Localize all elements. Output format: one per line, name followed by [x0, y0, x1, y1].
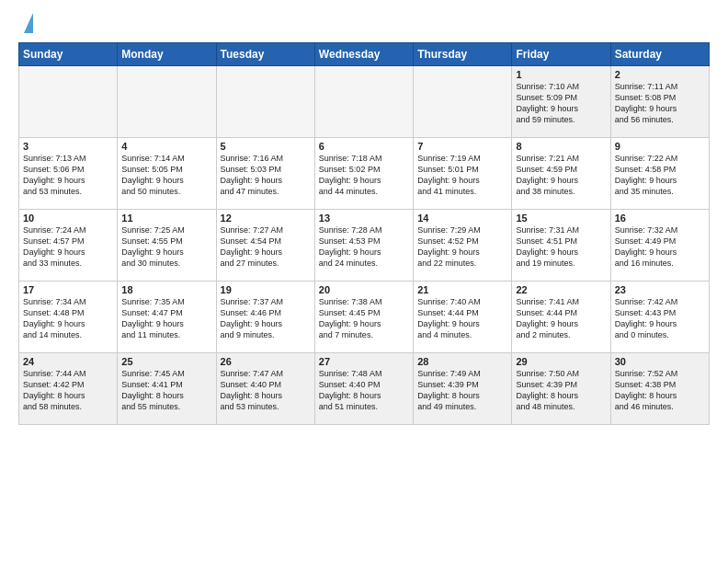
day-number: 26 [221, 356, 311, 367]
day-info: Sunrise: 7:42 AMSunset: 4:43 PMDaylight:… [615, 296, 705, 341]
day-number: 30 [615, 356, 705, 367]
calendar-cell [414, 66, 512, 138]
day-number: 20 [319, 284, 409, 295]
calendar-cell: 11Sunrise: 7:25 AMSunset: 4:55 PMDayligh… [118, 210, 216, 282]
day-info: Sunrise: 7:37 AMSunset: 4:46 PMDaylight:… [221, 296, 311, 341]
weekday-header-monday: Monday [118, 43, 216, 66]
week-row-5: 24Sunrise: 7:44 AMSunset: 4:42 PMDayligh… [19, 353, 710, 425]
week-row-4: 17Sunrise: 7:34 AMSunset: 4:48 PMDayligh… [19, 282, 710, 353]
day-number: 11 [121, 213, 211, 224]
day-number: 3 [23, 141, 113, 152]
day-info: Sunrise: 7:22 AMSunset: 4:58 PMDaylight:… [615, 153, 705, 198]
day-number: 17 [23, 284, 113, 295]
day-info: Sunrise: 7:11 AMSunset: 5:08 PMDaylight:… [615, 81, 705, 126]
calendar-cell: 7Sunrise: 7:19 AMSunset: 5:01 PMDaylight… [414, 138, 512, 210]
calendar-cell: 28Sunrise: 7:49 AMSunset: 4:39 PMDayligh… [414, 353, 512, 425]
calendar-cell: 8Sunrise: 7:21 AMSunset: 4:59 PMDaylight… [512, 138, 610, 210]
weekday-header-saturday: Saturday [610, 43, 709, 66]
day-info: Sunrise: 7:16 AMSunset: 5:03 PMDaylight:… [221, 153, 311, 198]
calendar-cell: 26Sunrise: 7:47 AMSunset: 4:40 PMDayligh… [216, 353, 314, 425]
day-info: Sunrise: 7:47 AMSunset: 4:40 PMDaylight:… [221, 368, 311, 413]
day-info: Sunrise: 7:41 AMSunset: 4:44 PMDaylight:… [516, 296, 606, 341]
day-number: 23 [615, 284, 705, 295]
calendar-cell: 17Sunrise: 7:34 AMSunset: 4:48 PMDayligh… [19, 282, 118, 353]
day-info: Sunrise: 7:52 AMSunset: 4:38 PMDaylight:… [615, 368, 705, 413]
header-row [18, 15, 710, 33]
day-number: 5 [221, 141, 311, 152]
week-row-2: 3Sunrise: 7:13 AMSunset: 5:06 PMDaylight… [19, 138, 710, 210]
calendar-cell: 25Sunrise: 7:45 AMSunset: 4:41 PMDayligh… [118, 353, 216, 425]
day-number: 7 [417, 141, 507, 152]
day-number: 13 [319, 213, 409, 224]
page: SundayMondayTuesdayWednesdayThursdayFrid… [0, 0, 728, 434]
day-info: Sunrise: 7:18 AMSunset: 5:02 PMDaylight:… [319, 153, 409, 198]
day-number: 16 [615, 213, 705, 224]
logo [18, 18, 33, 33]
day-info: Sunrise: 7:27 AMSunset: 4:54 PMDaylight:… [221, 224, 311, 270]
day-info: Sunrise: 7:40 AMSunset: 4:44 PMDaylight:… [417, 296, 507, 341]
weekday-header-sunday: Sunday [19, 43, 118, 66]
week-row-3: 10Sunrise: 7:24 AMSunset: 4:57 PMDayligh… [19, 210, 710, 282]
day-number: 15 [516, 213, 606, 224]
day-info: Sunrise: 7:13 AMSunset: 5:06 PMDaylight:… [23, 153, 113, 198]
day-number: 25 [121, 356, 211, 367]
calendar-cell: 30Sunrise: 7:52 AMSunset: 4:38 PMDayligh… [610, 353, 709, 425]
calendar-cell: 10Sunrise: 7:24 AMSunset: 4:57 PMDayligh… [19, 210, 118, 282]
day-number: 29 [516, 356, 606, 367]
weekday-header-wednesday: Wednesday [314, 43, 413, 66]
day-number: 2 [615, 69, 705, 80]
day-info: Sunrise: 7:38 AMSunset: 4:45 PMDaylight:… [319, 296, 409, 341]
day-number: 4 [121, 141, 211, 152]
calendar-cell: 4Sunrise: 7:14 AMSunset: 5:05 PMDaylight… [118, 138, 216, 210]
calendar-cell: 16Sunrise: 7:32 AMSunset: 4:49 PMDayligh… [610, 210, 709, 282]
calendar-cell: 1Sunrise: 7:10 AMSunset: 5:09 PMDaylight… [512, 66, 610, 138]
day-number: 21 [417, 284, 507, 295]
day-number: 28 [417, 356, 507, 367]
weekday-header-tuesday: Tuesday [216, 43, 314, 66]
calendar-cell [216, 66, 314, 138]
day-info: Sunrise: 7:10 AMSunset: 5:09 PMDaylight:… [516, 81, 606, 126]
day-info: Sunrise: 7:45 AMSunset: 4:41 PMDaylight:… [121, 368, 211, 413]
day-number: 19 [221, 284, 311, 295]
calendar-cell: 3Sunrise: 7:13 AMSunset: 5:06 PMDaylight… [19, 138, 118, 210]
calendar-cell: 20Sunrise: 7:38 AMSunset: 4:45 PMDayligh… [314, 282, 413, 353]
calendar-cell: 19Sunrise: 7:37 AMSunset: 4:46 PMDayligh… [216, 282, 314, 353]
calendar-cell: 14Sunrise: 7:29 AMSunset: 4:52 PMDayligh… [414, 210, 512, 282]
calendar-cell: 12Sunrise: 7:27 AMSunset: 4:54 PMDayligh… [216, 210, 314, 282]
calendar-cell: 13Sunrise: 7:28 AMSunset: 4:53 PMDayligh… [314, 210, 413, 282]
calendar-cell: 24Sunrise: 7:44 AMSunset: 4:42 PMDayligh… [19, 353, 118, 425]
day-number: 1 [516, 69, 606, 80]
day-info: Sunrise: 7:48 AMSunset: 4:40 PMDaylight:… [319, 368, 409, 413]
day-info: Sunrise: 7:50 AMSunset: 4:39 PMDaylight:… [516, 368, 606, 413]
calendar-cell: 6Sunrise: 7:18 AMSunset: 5:02 PMDaylight… [314, 138, 413, 210]
day-number: 24 [23, 356, 113, 367]
calendar-cell: 18Sunrise: 7:35 AMSunset: 4:47 PMDayligh… [118, 282, 216, 353]
weekday-header-thursday: Thursday [414, 43, 512, 66]
calendar-cell: 21Sunrise: 7:40 AMSunset: 4:44 PMDayligh… [414, 282, 512, 353]
logo-arrow-icon [24, 13, 33, 33]
calendar-cell: 23Sunrise: 7:42 AMSunset: 4:43 PMDayligh… [610, 282, 709, 353]
weekday-header-row: SundayMondayTuesdayWednesdayThursdayFrid… [19, 43, 710, 66]
day-number: 9 [615, 141, 705, 152]
calendar-cell: 22Sunrise: 7:41 AMSunset: 4:44 PMDayligh… [512, 282, 610, 353]
day-info: Sunrise: 7:25 AMSunset: 4:55 PMDaylight:… [121, 224, 211, 270]
day-number: 10 [23, 213, 113, 224]
day-info: Sunrise: 7:44 AMSunset: 4:42 PMDaylight:… [23, 368, 113, 413]
day-info: Sunrise: 7:32 AMSunset: 4:49 PMDaylight:… [615, 224, 705, 270]
calendar-cell: 29Sunrise: 7:50 AMSunset: 4:39 PMDayligh… [512, 353, 610, 425]
calendar-cell: 5Sunrise: 7:16 AMSunset: 5:03 PMDaylight… [216, 138, 314, 210]
calendar-cell [19, 66, 118, 138]
calendar-cell: 2Sunrise: 7:11 AMSunset: 5:08 PMDaylight… [610, 66, 709, 138]
calendar-cell [118, 66, 216, 138]
day-number: 6 [319, 141, 409, 152]
week-row-1: 1Sunrise: 7:10 AMSunset: 5:09 PMDaylight… [19, 66, 710, 138]
calendar-cell: 15Sunrise: 7:31 AMSunset: 4:51 PMDayligh… [512, 210, 610, 282]
day-number: 14 [417, 213, 507, 224]
day-info: Sunrise: 7:14 AMSunset: 5:05 PMDaylight:… [121, 153, 211, 198]
day-info: Sunrise: 7:35 AMSunset: 4:47 PMDaylight:… [121, 296, 211, 341]
day-info: Sunrise: 7:31 AMSunset: 4:51 PMDaylight:… [516, 224, 606, 270]
day-info: Sunrise: 7:19 AMSunset: 5:01 PMDaylight:… [417, 153, 507, 198]
day-number: 22 [516, 284, 606, 295]
day-info: Sunrise: 7:21 AMSunset: 4:59 PMDaylight:… [516, 153, 606, 198]
day-info: Sunrise: 7:49 AMSunset: 4:39 PMDaylight:… [417, 368, 507, 413]
